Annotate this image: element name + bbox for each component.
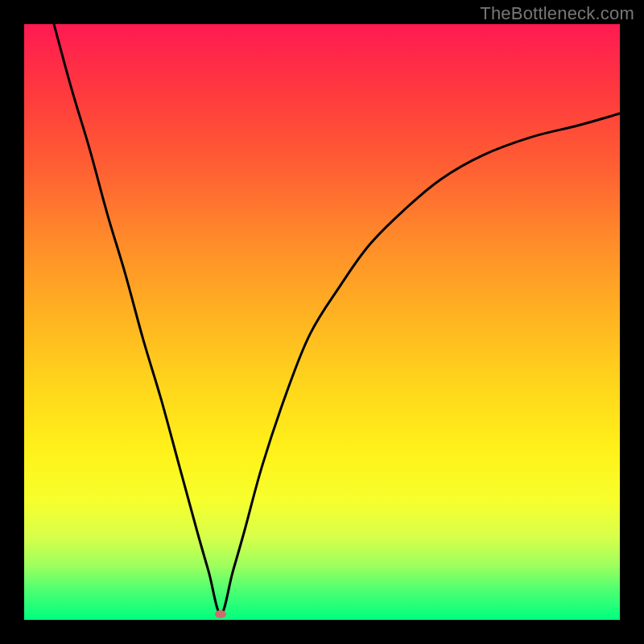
minimum-marker xyxy=(215,610,226,618)
curve-layer xyxy=(24,24,620,620)
bottleneck-curve xyxy=(54,24,620,614)
chart-frame: TheBottleneck.com xyxy=(0,0,644,644)
watermark-text: TheBottleneck.com xyxy=(480,3,634,24)
plot-area xyxy=(24,24,620,620)
